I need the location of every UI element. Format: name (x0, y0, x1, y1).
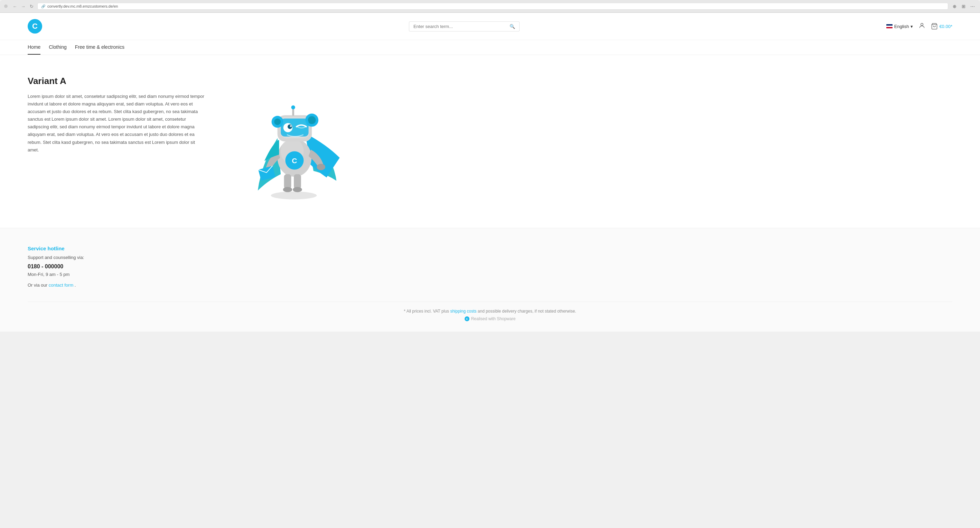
main-content: Variant A Lorem ipsum dolor sit amet, co… (0, 55, 980, 228)
hero-title: Variant A (28, 76, 207, 86)
svg-text:C: C (292, 156, 297, 164)
reload-button[interactable]: ↻ (29, 3, 35, 10)
svg-point-12 (293, 187, 302, 192)
footer-contact-suffix: . (75, 282, 76, 288)
header-right: English ▾ €0.00* (886, 22, 952, 31)
site-header: C 🔍 English ▾ (0, 13, 980, 40)
site-footer: Service hotline Support and counselling … (0, 228, 980, 332)
user-account-icon[interactable] (918, 22, 925, 31)
svg-rect-10 (294, 174, 301, 189)
footer-hotline-title: Service hotline (28, 246, 952, 251)
svg-point-17 (274, 119, 281, 125)
footer-disclaimer-suffix: and possible delivery charges, if not st… (478, 309, 576, 314)
footer-shopware: C Realised with Shopware (28, 316, 952, 321)
nav-home[interactable]: Home (28, 44, 40, 55)
site-logo[interactable]: C (28, 19, 42, 33)
language-selector[interactable]: English ▾ (886, 24, 913, 29)
footer-disclaimer: * All prices incl. VAT plus (404, 309, 450, 314)
cart-wrapper[interactable]: €0.00* (931, 23, 952, 30)
shopware-logo: C (465, 316, 469, 321)
footer-shipping-link[interactable]: shipping costs (450, 309, 476, 314)
nav-clothing[interactable]: Clothing (49, 44, 66, 55)
menu-icon[interactable]: ⋯ (969, 3, 976, 10)
footer-hours: Mon-Fri, 9 am - 5 pm (28, 272, 952, 277)
browser-nav[interactable]: ← → ↻ (12, 3, 35, 10)
search-bar[interactable]: 🔍 (409, 21, 520, 32)
footer-hotline-section: Service hotline Support and counselling … (28, 246, 952, 288)
lock-icon: 🔗 (41, 5, 45, 8)
search-icon: 🔍 (509, 24, 515, 29)
footer-phone: 0180 - 000000 (28, 263, 952, 270)
search-input[interactable] (414, 24, 507, 29)
svg-point-0 (921, 23, 923, 26)
cart-price: €0.00* (939, 24, 952, 29)
footer-bottom: * All prices incl. VAT plus shipping cos… (28, 301, 952, 321)
svg-point-26 (291, 105, 295, 109)
svg-point-19 (308, 116, 316, 124)
browser-chrome: ← → ↻ 🔗 convertly.dev.mc.m8.emzcustomers… (0, 0, 980, 13)
language-dropdown-icon: ▾ (910, 24, 913, 29)
language-label: English (894, 24, 909, 29)
browser-actions: ⊕ ⊞ ⋯ (951, 3, 976, 10)
footer-contact-prefix: Or via our (28, 282, 49, 288)
shopware-text: Realised with Shopware (471, 316, 516, 321)
footer-contact-link[interactable]: contact form (49, 282, 74, 288)
browser-window: C 🔍 English ▾ (0, 13, 980, 332)
footer-contact: Or via our contact form . (28, 282, 952, 288)
url-text: convertly.dev.mc.m8.emzcustomers.de/en (47, 4, 118, 8)
hero-image: C (228, 76, 360, 207)
language-flag (886, 24, 892, 28)
browser-dot-1 (4, 5, 8, 8)
nav-free-time[interactable]: Free time & electronics (75, 44, 124, 55)
svg-rect-25 (292, 108, 294, 116)
site-nav: Home Clothing Free time & electronics (0, 40, 980, 55)
svg-point-8 (317, 164, 325, 170)
footer-support-text: Support and counselling via: (28, 255, 952, 260)
extensions-icon[interactable]: ⊞ (960, 3, 967, 10)
back-button[interactable]: ← (12, 3, 18, 10)
svg-point-11 (283, 187, 293, 192)
browser-dots (4, 5, 8, 8)
svg-point-2 (271, 191, 317, 199)
forward-button[interactable]: → (20, 3, 26, 10)
bookmark-icon[interactable]: ⊕ (951, 3, 958, 10)
hero-description: Lorem ipsum dolor sit amet, consetetur s… (28, 93, 207, 154)
svg-point-24 (290, 125, 292, 127)
svg-rect-9 (284, 174, 291, 189)
address-bar[interactable]: 🔗 convertly.dev.mc.m8.emzcustomers.de/en (37, 3, 948, 10)
hero-text: Variant A Lorem ipsum dolor sit amet, co… (28, 76, 207, 154)
